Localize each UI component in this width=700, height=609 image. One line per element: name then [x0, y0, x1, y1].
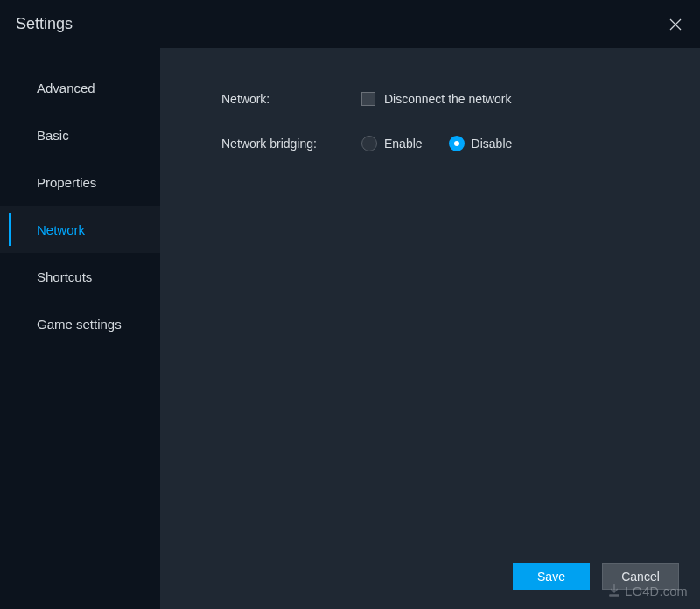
save-button[interactable]: Save	[513, 564, 590, 590]
bridging-enable-option[interactable]: Enable	[361, 136, 423, 151]
sidebar-item-label: Properties	[37, 175, 96, 190]
network-label: Network:	[221, 92, 361, 106]
sidebar-item-label: Advanced	[37, 80, 95, 95]
titlebar: Settings	[0, 0, 700, 48]
page-title: Settings	[16, 15, 73, 33]
close-icon	[669, 18, 682, 31]
sidebar-item-label: Network	[37, 222, 85, 237]
close-button[interactable]	[667, 16, 684, 33]
disconnect-network-label: Disconnect the network	[384, 92, 512, 106]
cancel-button[interactable]: Cancel	[602, 564, 679, 590]
bridging-disable-label: Disable	[472, 136, 513, 150]
bridging-label: Network bridging:	[221, 136, 361, 150]
sidebar-item-shortcuts[interactable]: Shortcuts	[0, 253, 160, 300]
disconnect-network-checkbox[interactable]	[361, 92, 375, 106]
bridging-disable-radio[interactable]	[449, 136, 465, 151]
bridging-radio-group: Enable Disable	[361, 136, 512, 151]
sidebar-item-advanced[interactable]: Advanced	[0, 64, 160, 111]
bridging-disable-option[interactable]: Disable	[449, 136, 513, 151]
sidebar-item-network[interactable]: Network	[0, 206, 160, 253]
sidebar: Advanced Basic Properties Network Shortc…	[0, 48, 160, 609]
sidebar-item-game-settings[interactable]: Game settings	[0, 300, 160, 347]
network-row: Network: Disconnect the network	[221, 92, 700, 106]
footer-buttons: Save Cancel	[513, 564, 679, 590]
sidebar-item-label: Game settings	[37, 317, 122, 332]
main-panel: Network: Disconnect the network Network …	[160, 48, 700, 609]
sidebar-item-basic[interactable]: Basic	[0, 111, 160, 158]
bridging-row: Network bridging: Enable Disable	[221, 136, 700, 151]
bridging-enable-radio[interactable]	[361, 136, 377, 151]
sidebar-item-label: Basic	[37, 128, 69, 143]
sidebar-item-properties[interactable]: Properties	[0, 158, 160, 206]
bridging-enable-label: Enable	[384, 136, 423, 150]
body: Advanced Basic Properties Network Shortc…	[0, 48, 700, 609]
disconnect-network-checkbox-wrap[interactable]: Disconnect the network	[361, 92, 512, 106]
sidebar-item-label: Shortcuts	[37, 270, 92, 284]
